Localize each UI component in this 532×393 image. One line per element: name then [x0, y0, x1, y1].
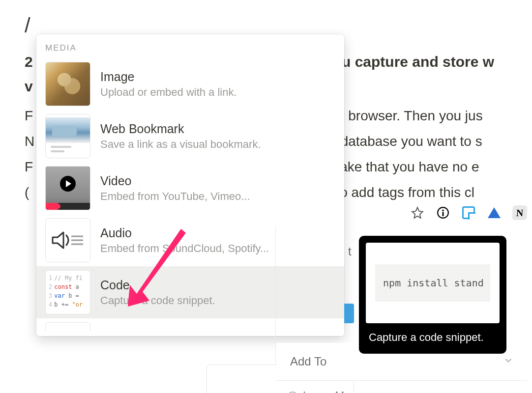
menu-item-title: Image — [100, 70, 335, 84]
menu-item-title: Video — [100, 174, 335, 188]
tooltip-preview: npm install stand — [366, 243, 500, 323]
menu-section-label: MEDIA — [36, 39, 344, 58]
extension-s-icon[interactable] — [461, 205, 476, 220]
menu-item-desc: Save a link as a visual bookmark. — [100, 138, 335, 151]
menu-item-web-bookmark[interactable]: Web Bookmark Save a link as a visual boo… — [36, 110, 344, 162]
speaker-icon — [51, 230, 85, 250]
menu-item-desc: Embed from YouTube, Vimeo... — [100, 190, 335, 203]
video-thumb — [45, 166, 90, 210]
bg-para-r2: or database you want to s — [325, 129, 482, 154]
tooltip-code-sample: npm install stand — [375, 264, 490, 302]
svg-rect-5 — [443, 212, 444, 216]
bookmark-thumb — [45, 114, 90, 158]
bg-para-l2: N — [25, 129, 34, 154]
bg-heading-right: you capture and store w — [325, 48, 494, 76]
learn-more-label: Learn More — [303, 390, 361, 393]
slash-cursor: / — [25, 14, 30, 37]
bg-para-r1: our browser. Then you jus — [325, 103, 483, 129]
bg-para-l3: F — [25, 154, 33, 180]
next-item-peek — [45, 322, 90, 331]
play-icon — [60, 176, 76, 192]
svg-point-4 — [442, 209, 443, 211]
menu-item-desc: Upload or embed with a link. — [100, 86, 335, 99]
star-icon[interactable] — [410, 205, 425, 220]
help-icon — [287, 391, 298, 393]
code-thumb: 1// My fi 2const a 3var b = 4b += "or — [45, 270, 90, 314]
bg-para-l1: F — [25, 103, 33, 129]
bg-para-r3: o take that you have no e — [325, 154, 479, 180]
chevron-down-icon — [503, 355, 513, 368]
bg-para-r4: e to add tags from this cl — [325, 180, 474, 205]
add-to-label: Add To — [290, 355, 326, 368]
extension-triangle-icon[interactable] — [487, 205, 502, 220]
bg-heading-left: 2 — [25, 48, 33, 76]
browser-toolbar: N — [410, 205, 532, 220]
code-hover-tooltip: npm install stand Capture a code snippet… — [359, 236, 506, 354]
menu-item-title: Web Bookmark — [100, 122, 335, 136]
image-thumb — [45, 62, 90, 106]
bg-heading-left2: v — [25, 73, 33, 100]
tooltip-caption: Capture a code snippet. — [366, 323, 500, 347]
audio-thumb — [45, 218, 90, 262]
menu-item-image[interactable]: Image Upload or embed with a link. — [36, 58, 344, 110]
bg-para-l4: ( — [25, 180, 29, 205]
notion-extension-icon[interactable]: N — [512, 205, 527, 220]
menu-item-video[interactable]: Video Embed from YouTube, Vimeo... — [36, 162, 344, 214]
info-icon[interactable] — [436, 205, 450, 220]
learn-more-link[interactable]: Learn More — [276, 381, 527, 393]
